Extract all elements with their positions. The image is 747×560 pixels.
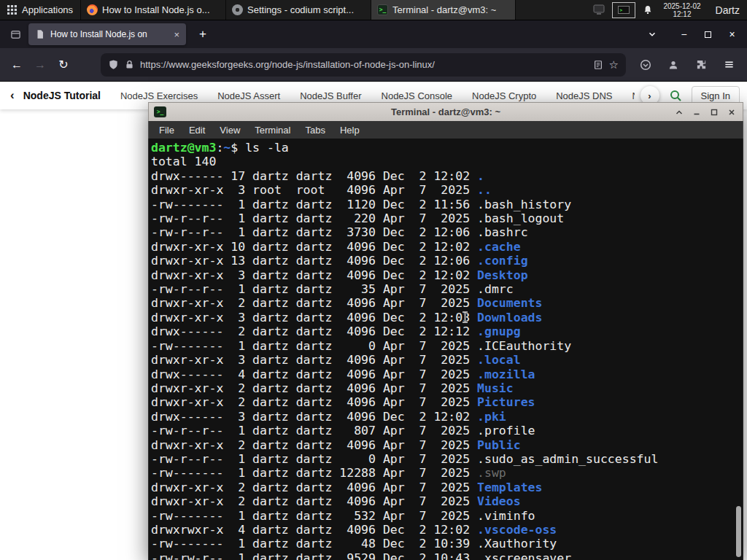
terminal-command: ls -la	[245, 141, 289, 155]
terminal-total-line: total 140	[151, 155, 743, 168]
directory-name: .vscode-oss	[477, 523, 557, 537]
file-name: .xscreensaver	[477, 551, 571, 560]
applications-button[interactable]: Applications	[0, 0, 80, 20]
file-name: .bashrc	[477, 225, 528, 239]
terminal-output-line: -rw-r--r-- 1 dartz dartz 3730 Dec 2 12:0…	[151, 225, 743, 239]
window-controls: − ×	[672, 23, 744, 45]
extensions-icon[interactable]	[689, 54, 713, 76]
clock-date: 2025-12-02	[663, 2, 700, 10]
file-name: .profile	[477, 424, 535, 438]
file-name: .Xauthority	[477, 537, 557, 551]
terminal-menu-terminal[interactable]: Terminal	[247, 125, 298, 136]
file-meta: -rw------- 1 dartz dartz 532 Apr 7 2025	[151, 509, 477, 523]
terminal-menu-help[interactable]: Help	[333, 125, 367, 136]
file-meta: drwx------ 2 dartz dartz 4096 Dec 2 12:1…	[151, 324, 477, 338]
terminal-menu-tabs[interactable]: Tabs	[298, 125, 332, 136]
terminal-output-line: -rw------- 1 dartz dartz 12288 Apr 7 202…	[151, 466, 743, 480]
search-icon[interactable]	[669, 89, 682, 102]
firefox-view-icon	[10, 29, 21, 40]
terminal-output-line: drwxrwxr-x 4 dartz dartz 4096 Dec 2 12:0…	[151, 523, 743, 537]
terminal-output-line: -rw------- 1 dartz dartz 48 Dec 2 10:39 …	[151, 537, 743, 551]
terminal-output-line: -rw-r--r-- 1 dartz dartz 807 Apr 7 2025 …	[151, 424, 743, 438]
prompt-suffix: $	[231, 141, 245, 155]
close-icon	[727, 108, 736, 117]
terminal-scrollbar-thumb[interactable]	[736, 506, 741, 557]
window-close-button[interactable]: ×	[720, 23, 744, 45]
terminal-output-line: drwxr-xr-x 3 dartz dartz 4096 Dec 2 12:0…	[151, 268, 743, 282]
taskbar-window-button[interactable]: Settings - codium script...	[225, 0, 371, 20]
file-name: .viminfo	[477, 509, 535, 523]
file-meta: -rw-r--r-- 1 dartz dartz 220 Apr 7 2025	[151, 211, 477, 225]
reader-mode-icon[interactable]	[593, 60, 603, 70]
terminal-window: >_ Terminal - dartz@vm3: ~ FileEditViewT…	[148, 102, 743, 560]
window-minimize-button[interactable]: −	[672, 23, 696, 45]
new-tab-button[interactable]: +	[193, 27, 212, 42]
directory-name: .local	[477, 353, 521, 367]
list-all-tabs-button[interactable]	[647, 29, 657, 39]
terminal-output-line: drwxr-xr-x 10 dartz dartz 4096 Dec 2 12:…	[151, 240, 743, 254]
gfg-nav-item[interactable]: NodeJS Assert	[217, 90, 280, 101]
forward-button[interactable]: →	[29, 54, 51, 76]
gfg-nav-item[interactable]: NodeJS Tutorial	[23, 90, 101, 101]
taskbar-window-label: How to Install Node.js o...	[102, 4, 209, 15]
back-button[interactable]: ←	[6, 54, 28, 76]
url-bar[interactable]: https://www.geeksforgeeks.org/node-js/in…	[101, 53, 626, 77]
terminal-output-line: drwxr-xr-x 2 dartz dartz 4096 Apr 7 2025…	[151, 494, 743, 508]
terminal-shade-button[interactable]	[674, 107, 684, 117]
terminal-output-line: -rw-r--r-- 1 dartz dartz 220 Apr 7 2025 …	[151, 211, 743, 225]
prompt-path: ~	[223, 141, 231, 155]
browser-tab[interactable]: How to Install Node.js on ×	[28, 23, 186, 45]
pocket-icon[interactable]	[633, 54, 658, 76]
text-cursor	[461, 311, 469, 327]
firefox-icon	[87, 4, 98, 15]
settings-icon	[232, 4, 243, 15]
tray-icon[interactable]	[593, 4, 605, 15]
terminal-output-line: drwxr-xr-x 2 dartz dartz 4096 Apr 7 2025…	[151, 381, 743, 395]
terminal-minimize-button[interactable]	[692, 107, 702, 117]
gfg-nav-item[interactable]: NodeJS Buffer	[300, 90, 361, 101]
terminal-output-line: drwx------ 3 dartz dartz 4096 Dec 2 12:0…	[151, 410, 743, 424]
terminal-menu-view[interactable]: View	[212, 125, 247, 136]
taskbar-windows: How to Install Node.js o...Settings - co…	[80, 0, 516, 20]
maximize-icon	[705, 31, 711, 38]
bell-icon[interactable]	[643, 4, 653, 15]
shield-icon[interactable]	[108, 59, 119, 70]
directory-name: Public	[477, 438, 521, 452]
navbar-right-icons	[633, 54, 741, 76]
taskbar-window-button[interactable]: >_Terminal - dartz@vm3: ~	[371, 0, 516, 20]
terminal-prompt-line: dartz@vm3:~$ ls -la	[151, 141, 743, 155]
account-icon[interactable]	[661, 54, 686, 76]
gfg-nav-item[interactable]: NodeJS Exercises	[120, 90, 198, 101]
terminal-close-button[interactable]	[727, 107, 737, 117]
terminal-output-line: drwxr-xr-x 2 dartz dartz 4096 Apr 7 2025…	[151, 296, 743, 310]
file-meta: drwxr-xr-x 2 dartz dartz 4096 Apr 7 2025	[151, 395, 477, 409]
terminal-menu-file[interactable]: File	[152, 125, 182, 136]
terminal-maximize-button[interactable]	[709, 107, 719, 117]
gfg-nav-item[interactable]: NodeJS Console	[382, 90, 453, 101]
reload-button[interactable]: ↻	[53, 54, 74, 76]
gfg-nav-item[interactable]: NodeJS Crypto	[472, 90, 536, 101]
tab-close-icon[interactable]: ×	[174, 30, 179, 39]
terminal-titlebar[interactable]: >_ Terminal - dartz@vm3: ~	[148, 102, 743, 121]
terminal-body[interactable]: dartz@vm3:~$ ls -la total 140 drwx------…	[148, 139, 743, 560]
taskbar-window-button[interactable]: How to Install Node.js o...	[80, 0, 225, 20]
lock-icon[interactable]	[125, 60, 134, 69]
terminal-title: Terminal - dartz@vm3: ~	[149, 106, 743, 117]
terminal-scrollbar[interactable]	[734, 139, 743, 560]
terminal-menu-edit[interactable]: Edit	[182, 125, 212, 136]
tray-terminal-icon[interactable]: >	[612, 2, 635, 18]
directory-name: .mozilla	[477, 368, 535, 381]
gfg-nav-item[interactable]: NodeJS DNS	[556, 90, 612, 101]
gfg-scroll-left-icon[interactable]: ‹	[10, 88, 15, 103]
menu-button[interactable]	[716, 54, 741, 76]
directory-name: Desktop	[477, 268, 528, 282]
window-maximize-button[interactable]	[696, 23, 720, 45]
directory-name: .cache	[477, 240, 521, 254]
firefox-view-button[interactable]	[10, 29, 21, 40]
clock[interactable]: 2025-12-02 12:12	[663, 2, 700, 18]
file-meta: drwx------ 17 dartz dartz 4096 Dec 2 12:…	[151, 169, 477, 183]
terminal-output-line: drwx------ 17 dartz dartz 4096 Dec 2 12:…	[151, 169, 743, 183]
directory-name: .pki	[477, 410, 506, 424]
account-glyph	[667, 59, 679, 71]
bookmark-star-icon[interactable]: ☆	[609, 58, 619, 71]
